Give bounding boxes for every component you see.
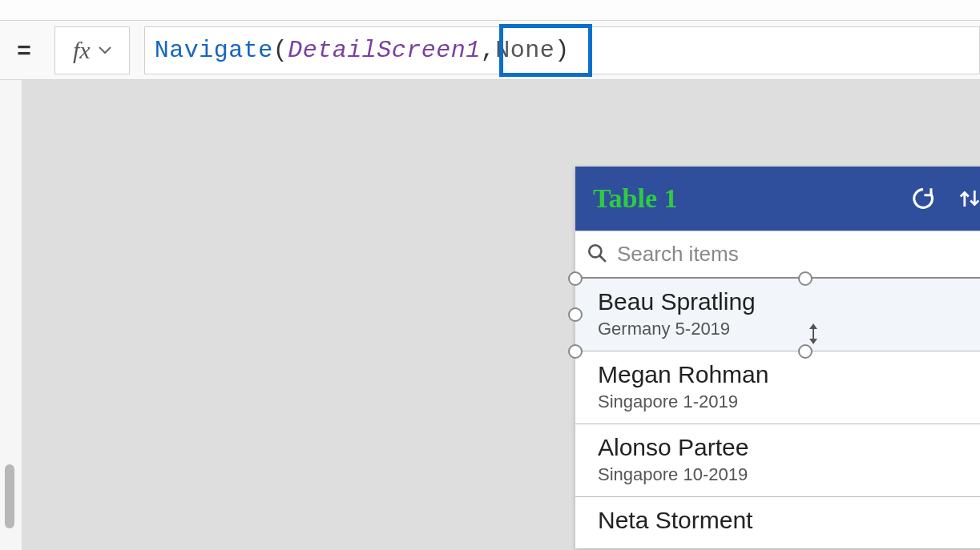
formula-bar: = fx Navigate ( DetailScreen1 , None ): [0, 21, 980, 80]
item-sub: Singapore 10-2019: [598, 464, 980, 485]
app-header: Table 1: [575, 167, 980, 231]
formula-input[interactable]: Navigate ( DetailScreen1 , None ): [144, 26, 980, 74]
equals-label: =: [8, 37, 40, 64]
scrollbar-thumb[interactable]: [5, 464, 14, 528]
search-icon: [587, 243, 607, 267]
list-item[interactable]: Neta Storment: [575, 497, 980, 548]
list-item[interactable]: Alonso Partee Singapore 10-2019: [575, 424, 980, 497]
refresh-icon[interactable]: [907, 185, 939, 212]
token-close: ): [555, 37, 570, 64]
token-comma: ,: [481, 37, 496, 64]
fx-label: fx: [73, 37, 91, 64]
left-gutter: [0, 80, 22, 550]
list-item[interactable]: Beau Spratling Germany 5-2019: [575, 279, 980, 351]
search-input[interactable]: [617, 242, 980, 267]
fx-button[interactable]: fx: [54, 26, 130, 74]
ribbon-strip: [0, 0, 980, 21]
item-name: Neta Storment: [598, 507, 980, 534]
item-sub: Singapore 1-2019: [598, 391, 980, 412]
item-sub: Germany 5-2019: [598, 319, 980, 339]
svg-line-1: [599, 255, 606, 262]
token-arg1: DetailScreen1: [288, 37, 481, 64]
token-none: None: [495, 37, 555, 64]
item-name: Alonso Partee: [598, 434, 980, 461]
search-bar[interactable]: [575, 231, 980, 279]
token-open: (: [273, 37, 288, 64]
item-name: Megan Rohman: [598, 361, 980, 388]
item-name: Beau Spratling: [598, 288, 980, 315]
chevron-down-icon: [99, 42, 111, 58]
svg-point-0: [589, 245, 601, 257]
sort-icon[interactable]: [954, 185, 980, 212]
token-navigate: Navigate: [155, 37, 273, 64]
list-item[interactable]: Megan Rohman Singapore 1-2019: [575, 351, 980, 424]
app-preview: Table 1 Beau Sprat: [575, 167, 980, 548]
app-title: Table 1: [593, 183, 893, 214]
gallery-list: Beau Spratling Germany 5-2019 Megan Rohm…: [575, 279, 980, 548]
design-canvas[interactable]: Table 1 Beau Sprat: [22, 80, 980, 550]
